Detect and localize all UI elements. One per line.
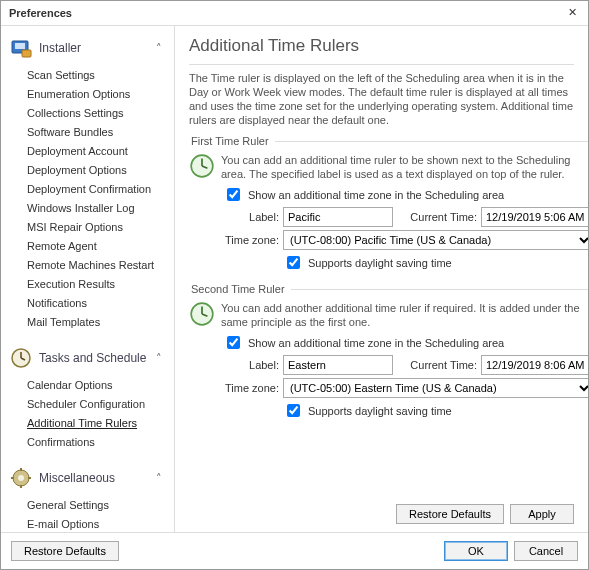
second-label-label: Label: [223, 359, 279, 371]
category-label: Tasks and Schedule [39, 351, 146, 365]
second-tz-select[interactable]: (UTC-05:00) Eastern Time (US & Canada) [283, 378, 588, 398]
close-icon[interactable]: ✕ [564, 5, 580, 21]
panel-restore-defaults-button[interactable]: Restore Defaults [396, 504, 504, 524]
apply-button[interactable]: Apply [510, 504, 574, 524]
second-ruler-desc: You can add another additional time rule… [221, 301, 588, 329]
first-tz-select[interactable]: (UTC-08:00) Pacific Time (US & Canada) [283, 230, 588, 250]
first-ruler-group: First Time Ruler You can add an addition… [189, 135, 588, 277]
sidebar-item[interactable]: Notifications [27, 294, 170, 313]
first-show-label: Show an additional time zone in the Sche… [248, 189, 504, 201]
titlebar: Preferences ✕ [1, 1, 588, 26]
first-label-input[interactable] [283, 207, 393, 227]
first-ruler-desc: You can add an additional time ruler to … [221, 153, 588, 181]
sidebar-item[interactable]: Collections Settings [27, 104, 170, 123]
second-show-checkbox[interactable] [227, 336, 240, 349]
sidebar: Installer ˄ Scan Settings Enumeration Op… [1, 26, 175, 532]
second-label-input[interactable] [283, 355, 393, 375]
second-show-label: Show an additional time zone in the Sche… [248, 337, 504, 349]
preferences-window: Preferences ✕ Installer ˄ Scan Settings … [0, 0, 589, 570]
sidebar-item[interactable]: Execution Results [27, 275, 170, 294]
global-restore-defaults-button[interactable]: Restore Defaults [11, 541, 119, 561]
category-tasks-schedule[interactable]: Tasks and Schedule ˄ [9, 342, 170, 376]
intro-text: The Time ruler is displayed on the left … [189, 71, 574, 127]
chevron-up-icon: ˄ [156, 352, 162, 365]
divider [189, 64, 574, 65]
ok-button[interactable]: OK [444, 541, 508, 561]
sidebar-item[interactable]: Deployment Options [27, 161, 170, 180]
sidebar-item[interactable]: Remote Machines Restart [27, 256, 170, 275]
first-tz-label: Time zone: [223, 234, 279, 246]
first-show-checkbox[interactable] [227, 188, 240, 201]
second-current-time [481, 355, 588, 375]
svg-point-7 [18, 475, 24, 481]
sidebar-item[interactable]: Windows Installer Log [27, 199, 170, 218]
sidebar-item[interactable]: Enumeration Options [27, 85, 170, 104]
chevron-up-icon: ˄ [156, 472, 162, 485]
sidebar-item[interactable]: Mail Templates [27, 313, 170, 332]
sidebar-item[interactable]: Remote Agent [27, 237, 170, 256]
sidebar-item-additional-time-rulers[interactable]: Additional Time Rulers [27, 414, 170, 433]
category-miscellaneous[interactable]: Miscellaneous ˄ [9, 462, 170, 496]
sidebar-item[interactable]: Software Bundles [27, 123, 170, 142]
chevron-up-icon: ˄ [156, 42, 162, 55]
second-dst-label: Supports daylight saving time [308, 405, 452, 417]
first-current-label: Current Time: [401, 211, 477, 223]
main-panel: Additional Time Rulers The Time ruler is… [175, 26, 588, 532]
cancel-button[interactable]: Cancel [514, 541, 578, 561]
sidebar-item[interactable]: Confirmations [27, 433, 170, 452]
sidebar-item[interactable]: Deployment Confirmation [27, 180, 170, 199]
second-dst-checkbox[interactable] [287, 404, 300, 417]
second-ruler-group: Second Time Ruler You can add another ad… [189, 283, 588, 425]
category-installer-items: Scan Settings Enumeration Options Collec… [9, 66, 170, 342]
first-label-label: Label: [223, 211, 279, 223]
category-tasks-items: Calendar Options Scheduler Configuration… [9, 376, 170, 462]
first-dst-label: Supports daylight saving time [308, 257, 452, 269]
installer-icon [9, 36, 33, 60]
clock-icon [9, 346, 33, 370]
sidebar-item[interactable]: Scan Settings [27, 66, 170, 85]
first-current-time [481, 207, 588, 227]
sidebar-item[interactable]: Calendar Options [27, 376, 170, 395]
category-label: Miscellaneous [39, 471, 115, 485]
category-label: Installer [39, 41, 81, 55]
page-heading: Additional Time Rulers [189, 36, 574, 56]
clock-icon [189, 301, 215, 327]
svg-rect-2 [22, 50, 31, 57]
gear-icon [9, 466, 33, 490]
sidebar-item[interactable]: MSI Repair Options [27, 218, 170, 237]
sidebar-item[interactable]: Deployment Account [27, 142, 170, 161]
category-misc-items: General Settings E-mail Options Program … [9, 496, 170, 532]
category-installer[interactable]: Installer ˄ [9, 32, 170, 66]
first-dst-checkbox[interactable] [287, 256, 300, 269]
sidebar-item[interactable]: E-mail Options [27, 515, 170, 532]
second-current-label: Current Time: [401, 359, 477, 371]
clock-icon [189, 153, 215, 179]
sidebar-item[interactable]: Scheduler Configuration [27, 395, 170, 414]
first-ruler-legend: First Time Ruler [189, 135, 275, 147]
svg-rect-1 [15, 43, 25, 49]
window-title: Preferences [9, 7, 564, 19]
second-ruler-legend: Second Time Ruler [189, 283, 291, 295]
dialog-footer: Restore Defaults OK Cancel [1, 532, 588, 569]
sidebar-item[interactable]: General Settings [27, 496, 170, 515]
second-tz-label: Time zone: [223, 382, 279, 394]
